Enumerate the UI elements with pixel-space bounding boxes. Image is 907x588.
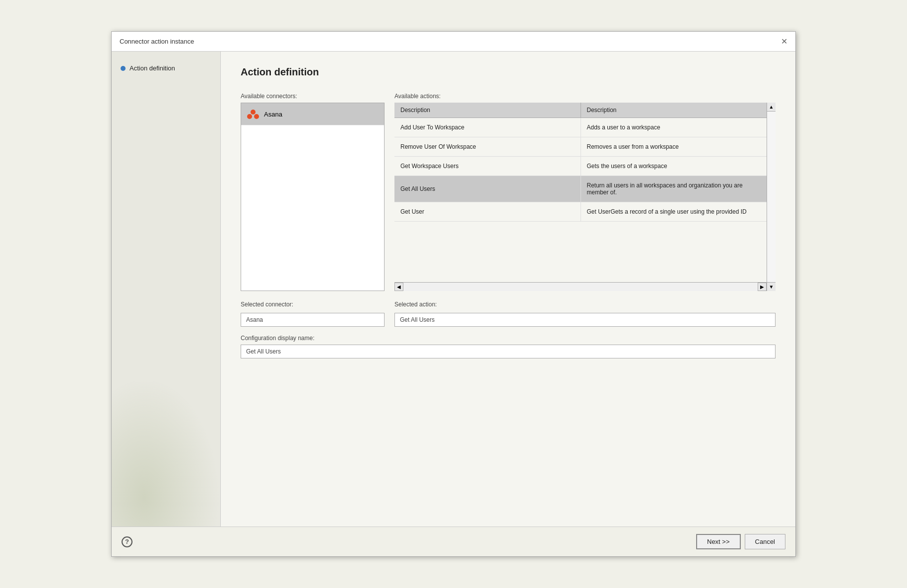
svg-point-1	[247, 114, 252, 119]
actions-table-wrapper: Description Description Add User To Work…	[394, 103, 776, 291]
connectors-list[interactable]: Asana	[241, 103, 385, 291]
sidebar: Action definition	[112, 52, 221, 527]
scrollbar-vertical-track	[767, 112, 776, 282]
vertical-scrollbar: ▲ ▼	[767, 103, 776, 291]
actions-panel: Available actions: Description Descripti…	[394, 93, 776, 291]
asana-icon	[246, 107, 260, 121]
table-row[interactable]: Add User To Workspace Adds a user to a w…	[394, 118, 767, 137]
connectors-label: Available connectors:	[241, 93, 385, 100]
connectors-actions-section: Available connectors: Asana	[241, 93, 776, 291]
scroll-up-button[interactable]: ▲	[767, 103, 776, 112]
cell-action-name: Add User To Workspace	[394, 118, 581, 137]
selected-connector-group: Selected connector:	[241, 301, 385, 327]
sidebar-dot-icon	[121, 66, 126, 71]
col-header-desc: Description	[581, 103, 767, 118]
cell-action-name: Get Workspace Users	[394, 157, 581, 176]
connectors-panel: Available connectors: Asana	[241, 93, 385, 291]
cell-action-desc: Gets the users of a workspace	[581, 157, 767, 176]
cancel-button[interactable]: Cancel	[745, 534, 785, 549]
selected-connector-label: Selected connector:	[241, 301, 385, 308]
svg-point-0	[251, 110, 256, 115]
cell-action-desc: Return all users in all workspaces and o…	[581, 176, 767, 202]
main-content: Action definition Available connectors:	[221, 52, 795, 527]
selected-fields-row: Selected connector: Selected action:	[241, 301, 776, 327]
config-name-input[interactable]	[241, 345, 776, 358]
cell-action-name: Remove User Of Workspace	[394, 137, 581, 156]
dialog-body: Action definition Action definition Avai…	[112, 52, 795, 527]
sidebar-item-label: Action definition	[130, 64, 175, 72]
help-button[interactable]: ?	[122, 536, 132, 547]
cell-action-desc: Adds a user to a workspace	[581, 118, 767, 137]
scroll-down-button[interactable]: ▼	[767, 282, 776, 291]
cell-action-name: Get All Users	[394, 176, 581, 202]
actions-table-main: Description Description Add User To Work…	[394, 103, 767, 291]
col-header-name: Description	[394, 103, 581, 118]
sidebar-decoration	[112, 378, 220, 527]
selected-action-input[interactable]	[394, 313, 776, 327]
sidebar-item-action-definition[interactable]: Action definition	[117, 61, 215, 75]
next-button[interactable]: Next >>	[696, 534, 741, 549]
selected-action-label: Selected action:	[394, 301, 776, 308]
cell-action-desc: Get UserGets a record of a single user u…	[581, 202, 767, 221]
table-row[interactable]: Get User Get UserGets a record of a sing…	[394, 202, 767, 222]
dialog-title: Connector action instance	[120, 38, 194, 45]
selected-action-group: Selected action:	[394, 301, 776, 327]
cell-action-desc: Removes a user from a workspace	[581, 137, 767, 156]
connector-item-asana[interactable]: Asana	[241, 103, 384, 125]
page-title: Action definition	[241, 66, 776, 78]
footer: ? Next >> Cancel	[112, 527, 795, 556]
table-scrollbar-area: ◀ ▶	[394, 282, 767, 291]
title-bar: Connector action instance ✕	[112, 32, 795, 52]
table-row[interactable]: Remove User Of Workspace Removes a user …	[394, 137, 767, 157]
config-name-label: Configuration display name:	[241, 335, 776, 342]
config-name-group: Configuration display name:	[241, 335, 776, 358]
connector-name: Asana	[264, 111, 282, 118]
dialog-container: Connector action instance ✕ Action defin…	[111, 31, 796, 557]
svg-point-2	[254, 114, 259, 119]
selected-connector-input[interactable]	[241, 313, 385, 327]
actions-table-body[interactable]: Add User To Workspace Adds a user to a w…	[394, 118, 767, 282]
scroll-right-button[interactable]: ▶	[758, 283, 767, 291]
scrollbar-track	[403, 283, 758, 291]
footer-buttons: Next >> Cancel	[696, 534, 785, 549]
table-row[interactable]: Get Workspace Users Gets the users of a …	[394, 157, 767, 176]
table-header: Description Description	[394, 103, 767, 118]
cell-action-name: Get User	[394, 202, 581, 221]
actions-label: Available actions:	[394, 93, 776, 100]
scroll-left-button[interactable]: ◀	[394, 283, 403, 291]
table-row-selected[interactable]: Get All Users Return all users in all wo…	[394, 176, 767, 202]
close-button[interactable]: ✕	[781, 38, 787, 46]
